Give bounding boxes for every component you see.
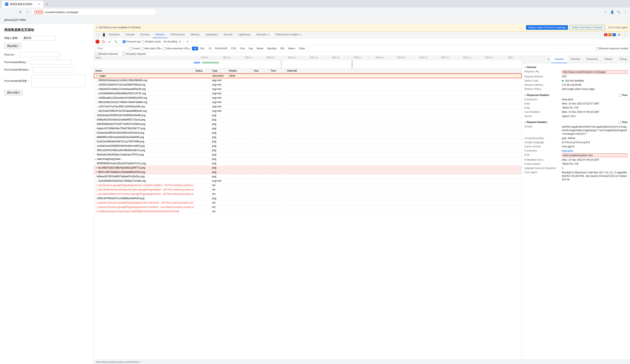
- filter-font-btn[interactable]: Font: [238, 47, 247, 50]
- detail-close-btn[interactable]: ×: [546, 56, 552, 63]
- tab-console[interactable]: Console: [122, 31, 138, 38]
- filter-img-btn[interactable]: Img: [247, 47, 254, 50]
- preserve-log-checkbox[interactable]: [123, 40, 126, 43]
- filter-doc-btn[interactable]: Doc: [198, 47, 206, 50]
- table-row[interactable]: ▪fd8fd985ce581ba3eb5a923ea34a60f6.png pn…: [94, 135, 522, 140]
- devtools-settings-btn[interactable]: ⚙: [617, 32, 622, 37]
- match-language-btn[interactable]: Always match Chrome's language: [526, 25, 568, 30]
- table-row[interactable]: ✕fac346d702827d867bdc6d51d2f4f772.png pn…: [94, 166, 522, 170]
- table-row[interactable]: ▪fe6bea567997dd4837a8ded07e2fe2bc.png pn…: [94, 175, 522, 179]
- param-input[interactable]: [22, 36, 56, 41]
- response-headers-header[interactable]: Response Headers Raw: [522, 93, 630, 97]
- switch-devtools-btn[interactable]: Switch DevTools to Chinese: [570, 25, 605, 30]
- tab-recorder[interactable]: Recorder ⬡: [254, 31, 272, 38]
- record-btn[interactable]: [96, 39, 100, 44]
- col-name-header[interactable]: Name: [94, 68, 194, 73]
- hide-data-urls-checkbox[interactable]: [141, 47, 144, 50]
- bookmark-btn[interactable]: ☆: [602, 9, 608, 15]
- profile-btn[interactable]: 👤: [609, 9, 615, 15]
- table-row[interactable]: ◯findByUserName?username=%E9%BB%84%E5%A3…: [94, 209, 522, 214]
- tab-application[interactable]: Application: [202, 31, 220, 38]
- col-status-header[interactable]: Status: [194, 68, 210, 73]
- col-time-header[interactable]: Time: [269, 68, 286, 73]
- filter-css-btn[interactable]: CSS: [230, 47, 238, 50]
- table-row[interactable]: ▸data:image/png;base... png: [94, 157, 522, 161]
- table-row[interactable]: ▪0abdc41f1336845de735e079b333b771.png pn…: [94, 126, 522, 131]
- detail-tab-initiator[interactable]: Initiator: [601, 56, 616, 63]
- filter-wasm-btn[interactable]: Wasm: [286, 47, 297, 50]
- invert-checkbox-label[interactable]: Invert: [130, 47, 140, 50]
- device-toolbar-btn[interactable]: 📱: [101, 32, 106, 37]
- table-row[interactable]: ▪d596090b87ea41d16ca237ea62e7c311.png pn…: [94, 161, 522, 166]
- blocked-cookies-checkbox[interactable]: [596, 47, 599, 50]
- extensions-btn[interactable]: 🔧: [616, 9, 622, 15]
- table-row[interactable]: ▪fc2bee2dc9853010824265e3cf01e5c9.png pn…: [94, 131, 522, 135]
- disable-cache-label[interactable]: Disable cache: [142, 40, 160, 43]
- detail-tab-timing[interactable]: Timing: [616, 56, 630, 63]
- dismiss-notification-btn[interactable]: Don't show again: [608, 26, 628, 29]
- table-row[interactable]: ◯key?product=googlePlugin&appVersion=1&c…: [94, 183, 522, 187]
- address-bar[interactable]: 不安全 xxxadminsystem.com/page/: [32, 9, 157, 15]
- filter-btn[interactable]: ⊘: [107, 39, 112, 44]
- throttle-select[interactable]: No throttling: [162, 40, 182, 43]
- response-raw-checkbox[interactable]: [619, 94, 622, 97]
- clear-btn[interactable]: 🚫: [101, 39, 106, 44]
- post-param-input[interactable]: [31, 75, 86, 87]
- filter-ws-btn[interactable]: WS: [279, 47, 286, 50]
- table-row[interactable]: ◯4cd15656f3223cfe3e270408a17a7d9a.svg sv…: [94, 179, 522, 183]
- invert-checkbox[interactable]: [130, 47, 133, 50]
- blocked-requests-label[interactable]: Blocked requests: [96, 52, 118, 55]
- filter-all-btn[interactable]: All: [192, 47, 198, 50]
- post-key-input[interactable]: [30, 60, 72, 65]
- tab-memory[interactable]: Memory: [188, 31, 202, 38]
- detail-tab-preview[interactable]: Preview: [568, 56, 583, 63]
- table-row[interactable]: ◯4d2316e879f82970a7653ade60880e40.svg sv…: [94, 109, 522, 113]
- hide-ext-urls-label[interactable]: Hide extension URLs: [163, 47, 190, 50]
- table-row[interactable]: ◯c3537c6c57e37ac3f5511d5df34a24fb.svg sv…: [94, 104, 522, 109]
- back-btn[interactable]: ←: [2, 9, 8, 15]
- detail-tab-headers[interactable]: Headers: [552, 56, 568, 63]
- filter-other-btn[interactable]: Other: [297, 47, 307, 50]
- reload-btn[interactable]: ↺: [17, 9, 23, 15]
- filter-manifest-btn[interactable]: Manifest: [266, 47, 278, 50]
- devtools-more-btn[interactable]: ⋮: [622, 32, 628, 37]
- blocked-response-cookies-label[interactable]: Blocked response cookies: [596, 47, 628, 50]
- table-row[interactable]: ▪61a331a4f463d6cf0872c1cd7d075489.png pn…: [94, 140, 522, 144]
- search-btn[interactable]: 🔍: [113, 39, 118, 44]
- table-row[interactable]: ▪bdf5306d6a3e47510977e09d72c05bd4.png pn…: [94, 122, 522, 126]
- general-section-header[interactable]: General: [522, 65, 630, 69]
- filter-js-btn[interactable]: JS: [207, 47, 213, 50]
- col-initiator-header[interactable]: Initiator: [227, 68, 252, 73]
- table-row[interactable]: ◯0903d3c0bd4ab1a7e5d61c29b459b83b.svg sv…: [94, 78, 522, 83]
- col-size-header[interactable]: Size: [252, 68, 269, 73]
- post-value-input[interactable]: [32, 67, 74, 72]
- table-row[interactable]: ◯aiUnderlineShowUserInput?product=google…: [94, 187, 522, 192]
- table-row[interactable]: ◯trytimes?product=googlePlugin&appVersio…: [94, 205, 522, 209]
- preserve-log-label[interactable]: Preserve log: [123, 40, 140, 43]
- table-row[interactable]: ✕f6927c49578a69d1c150a5088541f32f.png pn…: [94, 170, 522, 175]
- table-row[interactable]: ◯1fcf50513b6d47e71b13e9388f709b3d.svg sv…: [94, 83, 522, 87]
- bookmark-github[interactable]: github以及学习网站: [2, 17, 28, 23]
- table-row[interactable]: ◯question?product=googlePlugin&appVersio…: [94, 201, 522, 205]
- table-row[interactable]: ◯e16338d6694e35b8d6f8fa25007c6731.svg sv…: [94, 91, 522, 96]
- hide-ext-urls-checkbox[interactable]: [163, 47, 166, 50]
- request-raw-label[interactable]: Raw: [619, 121, 628, 124]
- tab-performance[interactable]: Performance: [168, 31, 188, 38]
- post-url-input[interactable]: [18, 52, 60, 57]
- detail-tab-response[interactable]: Response: [583, 56, 601, 63]
- hide-data-urls-label[interactable]: Hide data URLs: [141, 47, 162, 50]
- active-tab[interactable]: 我假装是静态页面哈 ×: [2, 1, 43, 7]
- col-waterfall-header[interactable]: Waterfall: [286, 68, 522, 73]
- tab-performance-insights[interactable]: Performance insights ⬡: [272, 31, 304, 38]
- chrome-menu-btn[interactable]: ⋮: [622, 9, 628, 15]
- new-tab-btn[interactable]: +: [44, 2, 50, 7]
- filter-input[interactable]: [96, 46, 129, 51]
- disable-cache-checkbox[interactable]: [142, 40, 144, 43]
- table-row[interactable]: ▪0ba2e8e239c935dec15abf1ae17ff731.png pn…: [94, 153, 522, 157]
- col-type-header[interactable]: Type: [210, 68, 227, 73]
- third-party-checkbox[interactable]: [122, 53, 125, 55]
- table-row[interactable]: ▪2590c2878f4ad37e124d9b8a42b94cf5.png pn…: [94, 196, 522, 201]
- tab-network[interactable]: Network: [152, 31, 168, 38]
- table-row[interactable]: ▪3951a100431308a1af5c9bb694cd8c7e.png pn…: [94, 148, 522, 153]
- table-row[interactable]: 🗎 page/ document Other: [94, 73, 522, 78]
